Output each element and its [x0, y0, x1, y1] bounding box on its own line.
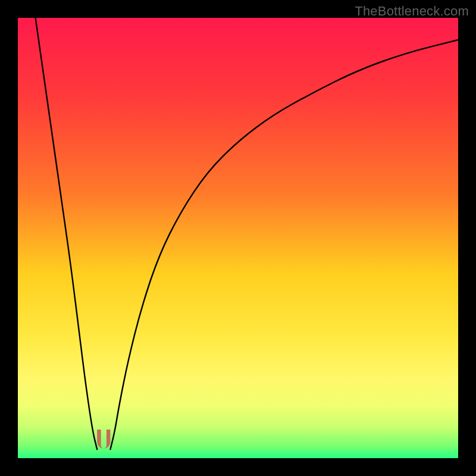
gradient-background — [18, 18, 458, 458]
watermark-text: TheBottleneck.com — [355, 4, 469, 19]
chart-frame: TheBottleneck.com — [0, 0, 476, 476]
chart-svg — [18, 18, 458, 458]
plot-area — [18, 18, 458, 458]
